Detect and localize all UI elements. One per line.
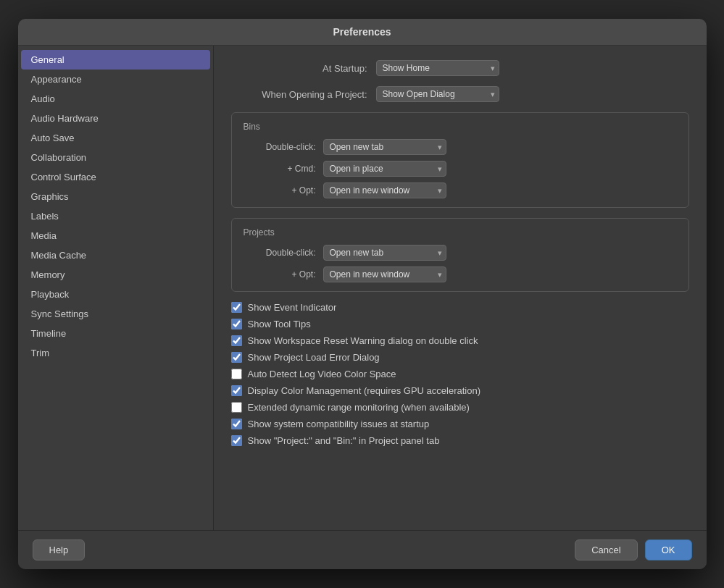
sidebar: GeneralAppearanceAudioAudio HardwareAuto… [18,46,214,530]
checkbox-show-tool-tips[interactable] [231,319,242,329]
main-content: At Startup: Show HomeShow Open DialogOpe… [214,46,707,530]
projects-title: Projects [244,227,677,238]
checkbox-label-show-event-indicator: Show Event Indicator [248,302,337,313]
checkbox-label-display-color-mgmt: Display Color Management (requires GPU a… [248,385,481,396]
ok-button[interactable]: OK [645,539,692,560]
dialog-body: GeneralAppearanceAudioAudio HardwareAuto… [18,46,707,530]
sidebar-item-audio[interactable]: Audio [21,89,210,109]
checkbox-row-auto-detect-log: Auto Detect Log Video Color Space [231,369,689,379]
checkbox-label-show-project-bin: Show "Project:" and "Bin:" in Project pa… [248,435,440,446]
opening-select[interactable]: Show Open DialogOpen ProjectOpen Last Se… [376,86,499,102]
bins-opt-label: + Opt: [244,185,323,196]
checkbox-display-color-mgmt[interactable] [231,385,242,396]
sidebar-item-auto-save[interactable]: Auto Save [21,128,210,148]
startup-label: At Startup: [231,63,376,74]
projects-double-click-select[interactable]: Open new tabOpen in placeOpen in new win… [323,245,446,261]
bins-opt-select[interactable]: Open in new windowOpen new tabOpen in pl… [323,182,446,198]
opening-row: When Opening a Project: Show Open Dialog… [231,86,689,102]
sidebar-item-audio-hardware[interactable]: Audio Hardware [21,109,210,128]
sidebar-item-general[interactable]: General [21,50,210,70]
checkbox-show-workspace-reset[interactable] [231,335,242,346]
sidebar-item-graphics[interactable]: Graphics [21,187,210,206]
checkbox-label-show-project-load: Show Project Load Error Dialog [248,352,380,363]
preferences-dialog: Preferences GeneralAppearanceAudioAudio … [18,19,707,569]
bins-section: Bins Double-click: Open new tabOpen in p… [231,112,689,208]
startup-row: At Startup: Show HomeShow Open DialogOpe… [231,60,689,76]
checkbox-label-show-workspace-reset: Show Workspace Reset Warning dialog on d… [248,335,478,346]
sidebar-item-control-surface[interactable]: Control Surface [21,167,210,187]
projects-opt-row: + Opt: Open in new windowOpen new tabOpe… [244,266,677,282]
checkbox-row-show-event-indicator: Show Event Indicator [231,302,689,313]
checkbox-row-show-tool-tips: Show Tool Tips [231,319,689,329]
cancel-button[interactable]: Cancel [575,539,637,560]
checkbox-show-project-bin[interactable] [231,435,242,446]
checkbox-row-show-project-bin: Show "Project:" and "Bin:" in Project pa… [231,435,689,446]
checkbox-row-show-system-compat: Show system compatibility issues at star… [231,419,689,429]
bins-double-click-select[interactable]: Open new tabOpen in placeOpen in new win… [323,139,446,155]
checkbox-label-auto-detect-log: Auto Detect Log Video Color Space [248,369,396,379]
checkbox-label-show-tool-tips: Show Tool Tips [248,319,311,329]
projects-double-click-wrapper: Open new tabOpen in placeOpen in new win… [323,245,446,261]
bins-opt-row: + Opt: Open in new windowOpen new tabOpe… [244,182,677,198]
projects-opt-select[interactable]: Open in new windowOpen new tabOpen in pl… [323,266,446,282]
bins-title: Bins [244,122,677,132]
checkbox-show-event-indicator[interactable] [231,302,242,313]
projects-opt-wrapper: Open in new windowOpen new tabOpen in pl… [323,266,446,282]
bins-double-click-label: Double-click: [244,142,323,152]
sidebar-item-trim[interactable]: Trim [21,343,210,363]
opening-select-wrapper: Show Open DialogOpen ProjectOpen Last Se… [376,86,499,102]
sidebar-item-playback[interactable]: Playback [21,285,210,304]
help-button[interactable]: Help [33,539,86,560]
checkbox-label-extended-dynamic: Extended dynamic range monitoring (when … [248,402,470,413]
bins-cmd-row: + Cmd: Open in placeOpen new tabOpen in … [244,161,677,177]
sidebar-item-appearance[interactable]: Appearance [21,70,210,89]
sidebar-item-collaboration[interactable]: Collaboration [21,148,210,167]
checkbox-auto-detect-log[interactable] [231,369,242,379]
checkbox-row-display-color-mgmt: Display Color Management (requires GPU a… [231,385,689,396]
sidebar-item-timeline[interactable]: Timeline [21,324,210,343]
checkbox-label-show-system-compat: Show system compatibility issues at star… [248,419,430,429]
checkbox-extended-dynamic[interactable] [231,402,242,413]
bins-cmd-label: + Cmd: [244,164,323,174]
checkboxes-container: Show Event IndicatorShow Tool TipsShow W… [231,302,689,446]
sidebar-item-sync-settings[interactable]: Sync Settings [21,304,210,324]
startup-select[interactable]: Show HomeShow Open DialogOpen Last Proje… [376,60,499,76]
dialog-overlay: Preferences GeneralAppearanceAudioAudio … [14,12,710,576]
bins-double-click-row: Double-click: Open new tabOpen in placeO… [244,139,677,155]
dialog-titlebar: Preferences [18,19,707,46]
sidebar-item-media-cache[interactable]: Media Cache [21,245,210,265]
projects-section: Projects Double-click: Open new tabOpen … [231,218,689,292]
checkbox-show-project-load[interactable] [231,352,242,363]
checkbox-row-extended-dynamic: Extended dynamic range monitoring (when … [231,402,689,413]
projects-double-click-row: Double-click: Open new tabOpen in placeO… [244,245,677,261]
bins-double-click-wrapper: Open new tabOpen in placeOpen in new win… [323,139,446,155]
checkbox-row-show-project-load: Show Project Load Error Dialog [231,352,689,363]
projects-double-click-label: Double-click: [244,248,323,258]
opening-label: When Opening a Project: [231,89,376,100]
checkbox-row-show-workspace-reset: Show Workspace Reset Warning dialog on d… [231,335,689,346]
checkbox-show-system-compat[interactable] [231,419,242,429]
sidebar-item-labels[interactable]: Labels [21,206,210,226]
bins-cmd-select[interactable]: Open in placeOpen new tabOpen in new win… [323,161,446,177]
startup-select-wrapper: Show HomeShow Open DialogOpen Last Proje… [376,60,499,76]
sidebar-item-memory[interactable]: Memory [21,265,210,285]
sidebar-item-media[interactable]: Media [21,226,210,245]
dialog-footer: Help Cancel OK [18,530,707,569]
dialog-title: Preferences [333,26,391,38]
bins-opt-wrapper: Open in new windowOpen new tabOpen in pl… [323,182,446,198]
projects-opt-label: + Opt: [244,269,323,280]
bins-cmd-wrapper: Open in placeOpen new tabOpen in new win… [323,161,446,177]
